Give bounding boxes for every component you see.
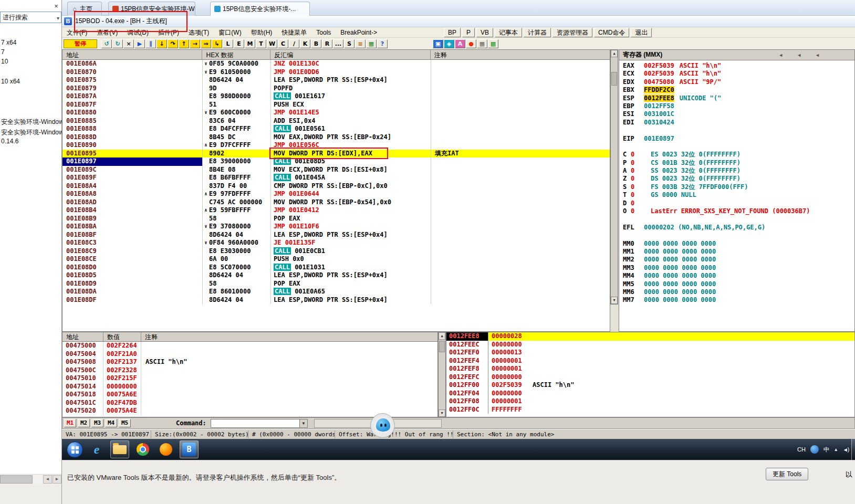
disasm-row[interactable]: 001E086A∨0F85 9C0A0000JNZ 001E130C (62, 60, 610, 68)
mmx-register-row[interactable]: MM50000 0000 0000 0000 (619, 280, 854, 288)
macro-button[interactable]: M5 (119, 419, 131, 427)
stack-row[interactable]: 0012FEF400000001 (446, 357, 854, 365)
view-patches-button[interactable]: / (289, 39, 299, 48)
stack-row[interactable]: 0012FEE800000028 (446, 332, 854, 341)
disasm-row[interactable]: 001E089C8B4E 08MOV ECX,DWORD PTR DS:[ESI… (62, 166, 610, 174)
run-icon[interactable]: ▶ (134, 39, 145, 48)
register-row[interactable]: ECX002F5039ASCII "h\n" (619, 70, 854, 78)
scroll-right-icon[interactable]: ► (53, 475, 61, 484)
list-item[interactable]: 10 (1, 58, 8, 65)
flag-row[interactable]: S0FS 003B 32位 7FFDF000(FFF) (619, 183, 854, 191)
plugin-grid-ic[interactable]: ▦ (477, 39, 487, 48)
register-row[interactable]: EFL00000202 (NO,NB,NE,A,NS,PO,GE,G) (619, 224, 854, 232)
scrollbar-thumb[interactable] (611, 72, 617, 86)
plugin-blue-ic[interactable]: ▣ (433, 39, 443, 48)
column-header[interactable]: 反汇编 (270, 50, 430, 59)
registers-list[interactable]: EAX002F5039ASCII "h\n"ECX002F5039ASCII "… (619, 60, 854, 304)
macro-button[interactable]: M2 (78, 419, 90, 427)
memory-dump-panel[interactable]: 地址数值注释 00475000002F226400475004002F21A00… (62, 332, 438, 417)
disasm-row[interactable]: 001E08799DPOPFD (62, 85, 610, 93)
dump-row[interactable]: 00475010002F215F (62, 374, 437, 383)
windows-list-icon[interactable]: ▦ (366, 39, 377, 48)
step-over-icon[interactable]: ↷ (168, 39, 178, 48)
flag-row[interactable]: P0CS 001B 32位 0(FFFFFFFF) (619, 159, 854, 167)
mmx-register-row[interactable]: MM20000 0000 0000 0000 (619, 256, 854, 264)
flag-row[interactable]: O0LastErr ERROR_SXS_KEY_NOT_FOUND (00003… (619, 207, 854, 215)
menu-item[interactable]: 文件(F) (62, 27, 92, 38)
scroll-left-icon[interactable]: ◄ (43, 475, 52, 484)
menu-item[interactable]: 选项(T) (184, 27, 214, 38)
menu-item[interactable]: 快捷菜单 (277, 27, 311, 38)
horizontal-scrollbar[interactable]: ◄ ► (0, 474, 61, 484)
plugin-cyan-ic[interactable]: ◈ (444, 39, 454, 48)
disasm-row[interactable]: 001E08C9E8 E3030000CALL 001E0CB1 (62, 247, 610, 256)
run-to-cursor-icon[interactable]: → (190, 39, 200, 48)
command-input[interactable]: ▼ (211, 419, 308, 428)
taskbar-chrome-icon[interactable] (133, 440, 152, 458)
view-source-button[interactable]: S (344, 39, 354, 48)
taskbar-explorer-icon[interactable] (110, 440, 129, 458)
pause-icon[interactable]: ∥ (145, 39, 156, 48)
column-header[interactable]: HEX 数据 (202, 50, 270, 59)
ime-mode-indicator[interactable]: 中 (823, 446, 829, 454)
language-indicator[interactable]: CH (797, 446, 806, 453)
dump-row[interactable]: 0047501800075A6E (62, 391, 437, 399)
disasm-row[interactable]: 001E08A4837D F4 00CMP DWORD PTR SS:[EBP-… (62, 182, 610, 191)
mmx-register-row[interactable]: MM60000 0000 0000 0000 (619, 288, 854, 296)
mmx-register-row[interactable]: MM30000 0000 0000 0000 (619, 264, 854, 272)
disasm-row[interactable]: 001E08B958POP EAX (62, 215, 610, 223)
column-header[interactable]: 注释 (141, 332, 437, 341)
scroll-up-icon[interactable]: ▲ (439, 332, 445, 340)
reload-icon[interactable]: ↻ (112, 39, 123, 48)
quick-button[interactable]: VB (476, 28, 493, 37)
register-row[interactable]: EAX002F5039ASCII "h\n" (619, 62, 854, 70)
search-combobox[interactable]: 进行搜索 ▾ (0, 12, 61, 23)
dump-rows[interactable]: 00475000002F226400475004002F21A000475008… (62, 342, 437, 415)
register-row[interactable]: EBP0012FF58 (619, 102, 854, 110)
quick-button[interactable]: 记事本 (495, 28, 522, 37)
step-into-icon[interactable]: ↓ (157, 39, 167, 48)
disasm-row[interactable]: 001E08D958POP EAX (62, 280, 610, 288)
view-executables-button[interactable]: E (234, 39, 244, 48)
trace-icon[interactable]: ↳ (212, 39, 222, 48)
macro-button[interactable]: M3 (91, 419, 103, 427)
disasm-row[interactable]: 001E0870∨E9 61050000JMP 001E0DD6 (62, 68, 610, 77)
disasm-row[interactable]: 001E08CE6A 00PUSH 0x0 (62, 255, 610, 264)
disasm-row[interactable]: 001E089FE8 B6FBFFFFCALL 001E045A (62, 174, 610, 182)
view-threads-button[interactable]: T (256, 39, 266, 48)
list-item[interactable]: 0.14.6 (1, 138, 18, 145)
list-item[interactable]: 安全实验环境-Window (1, 128, 64, 137)
disasm-row[interactable]: 001E08C3∨0F84 960A0000JE 001E135F (62, 239, 610, 247)
chevron-down-icon[interactable]: ▼ (299, 419, 307, 427)
list-item[interactable]: 安全实验环境-Window (1, 118, 64, 127)
disasm-row[interactable]: 001E08B4∧E9 59FBFFFFJMP 001E0412 (62, 206, 610, 215)
menu-item[interactable]: Tools (311, 27, 336, 38)
view-references-button[interactable]: R (322, 39, 332, 48)
stack-row[interactable]: 0012FEEC00000000 (446, 341, 854, 349)
register-row[interactable]: EDI00310424 (619, 119, 854, 127)
restart-icon[interactable]: ↺ (101, 39, 112, 48)
disasm-row[interactable]: 001E0897E8 39000000CALL 001E08D5 (62, 158, 610, 166)
stack-row[interactable]: 0012FF0CFFFFFFFF (446, 406, 854, 414)
dump-row[interactable]: 00475000002F2264 (62, 342, 437, 350)
disasm-row[interactable]: 001E0890∧E9 D7FCFFFFJMP 001E056C (62, 141, 610, 150)
disasm-row[interactable]: 001E087AE8 980D0000CALL 001E1617 (62, 92, 610, 101)
disasm-row[interactable]: 001E08ADC745 AC 000000MOV DWORD PTR SS:[… (62, 198, 610, 207)
register-row[interactable]: EIP001E0897 (619, 135, 854, 143)
column-header[interactable]: 数值 (103, 332, 141, 341)
menu-item[interactable]: 插件(P) (153, 27, 184, 38)
menu-item[interactable]: 帮助(H) (246, 27, 277, 38)
column-header[interactable]: 地址 (62, 50, 202, 59)
close-icon[interactable]: × (123, 39, 134, 48)
close-icon[interactable]: × (52, 2, 60, 10)
disasm-row[interactable]: 001E08DF8D6424 04LEA ESP,DWORD PTR SS:[E… (62, 296, 610, 304)
mmx-register-row[interactable]: MM00000 0000 0000 0000 (619, 240, 854, 248)
chevron-left-icon[interactable]: ◄ (778, 52, 783, 58)
start-button[interactable] (67, 442, 83, 458)
dump-row[interactable]: 00475004002F21A0 (62, 350, 437, 359)
chevron-left-icon[interactable]: ◄ (815, 52, 820, 58)
execute-till-return-icon[interactable]: ↑ (179, 39, 189, 48)
plugin-record-ic[interactable]: ● (466, 39, 476, 48)
view-cpu-button[interactable]: C (278, 39, 288, 48)
stack-row[interactable]: 0012FF0800000001 (446, 397, 854, 406)
